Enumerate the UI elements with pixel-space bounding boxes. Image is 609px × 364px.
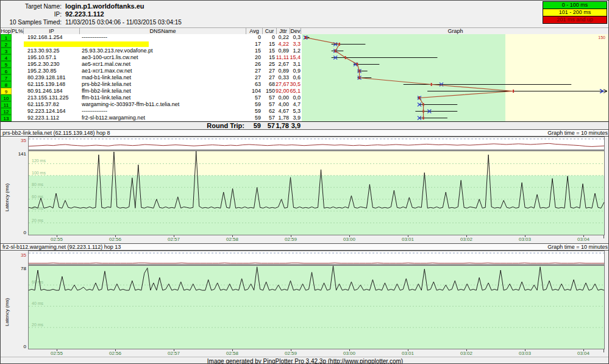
svg-text:120 ms: 120 ms: [32, 159, 46, 163]
hop-avg: 17: [246, 41, 261, 48]
hop-dnsname: [82, 41, 245, 48]
hop-ip: 195.2.30.230: [27, 61, 80, 68]
graph2-jitter-plot[interactable]: [28, 251, 605, 265]
time-label: 02:56: [103, 351, 127, 356]
graph2-latency-plot[interactable]: 20 ms40 ms60 ms: [28, 265, 605, 349]
hop-ip: 62.115.37.82: [27, 101, 80, 108]
hop-avg: 104: [246, 88, 261, 95]
hop-jttr: 1,78: [276, 115, 289, 121]
hop-ip: 213.30.93.25: [27, 48, 80, 54]
time-label: 02:58: [220, 351, 244, 356]
hop-dnsname: ae1-xcr1.max.cw.net: [82, 68, 245, 74]
hop-latency-graph[interactable]: 0150: [302, 34, 609, 121]
hop-jttr: 0,22: [276, 34, 289, 41]
hop-number: 2: [1, 41, 12, 48]
hop-dnsname: fr2-sl-b112.wargaming.net: [82, 115, 245, 121]
time-label: 02:57: [162, 351, 186, 356]
axis-end-tick: [604, 235, 604, 238]
hop-jttr: 4,22: [276, 41, 289, 48]
hop-avg: 26: [246, 61, 261, 68]
svg-text:20 ms: 20 ms: [32, 323, 44, 327]
time-label: 03:02: [454, 351, 479, 356]
svg-text:100 ms: 100 ms: [32, 171, 46, 175]
graph1-time-range: Graph time = 10 minutes: [547, 130, 608, 136]
hop-dnsname: ffm-b11-link.telia.net: [82, 95, 245, 101]
hop-ip: 213.155.131.225: [27, 95, 80, 101]
graph2-time-axis: 02:5502:5602:5702:5802:5903:0003:0103:02…: [28, 349, 605, 357]
hop-dev: 0,3: [290, 34, 301, 41]
hop-dev: 5,3: [290, 108, 301, 115]
time-label: 02:57: [162, 237, 186, 242]
hop-dev: 3,3: [290, 41, 301, 48]
latency-legend: 0 - 100 ms 101 - 200 ms 201 ms and up: [543, 1, 607, 24]
hop-ip: 195.2.30.85: [27, 68, 80, 74]
hop-cur: 150: [263, 88, 275, 95]
time-label: 02:58: [220, 237, 244, 242]
hop-dev: 3,1: [290, 61, 301, 68]
hop-avg: 27: [246, 74, 261, 81]
hop-dnsname: prs-bb2-link.telia.net: [82, 81, 245, 88]
time-label: 02:55: [45, 237, 69, 242]
hop-dnsname: --------------: [82, 34, 245, 41]
hop-dnsname: ae5-xcr1.mal.cw.net: [82, 61, 245, 68]
hop-dev: 30,5: [290, 81, 301, 88]
time-label: 02:59: [279, 237, 303, 242]
hop-jttr: 0,89: [276, 68, 289, 74]
hop-avg: 15: [246, 48, 261, 54]
graph1-latency-axis-label: Latency (ms): [4, 184, 10, 212]
hop-cur: 27: [263, 68, 275, 74]
hop-number: 4: [1, 54, 12, 61]
ip-value: 92.223.1.112: [65, 10, 104, 18]
hop-dev: 0,0: [290, 95, 301, 101]
hop-cur: 68: [263, 81, 275, 88]
hop-number: 7: [1, 74, 12, 81]
hop-dev: 3,9: [290, 115, 301, 121]
time-label: 02:59: [279, 351, 303, 356]
hop-ip: 192.168.1.254: [27, 34, 80, 41]
hop-ip: 80.91.246.184: [27, 88, 80, 95]
hop-cur: 57: [263, 115, 275, 121]
hop-number: 3: [1, 48, 12, 54]
hop-dev: 65,1: [290, 88, 301, 95]
time-label: 03:01: [396, 237, 420, 242]
graph1-jitter-plot[interactable]: [28, 137, 605, 151]
hop-avg: 27: [246, 68, 261, 74]
graph2-latency-max: 78: [14, 266, 26, 271]
time-label: 03:03: [513, 351, 537, 356]
hop-number: 11: [1, 101, 12, 108]
hop-ip: [27, 41, 80, 48]
hop-number: 1: [1, 34, 12, 41]
hop-dev: 4,7: [290, 101, 301, 108]
pingplotter-window: Target Name: login.p1.worldoftanks.eu IP…: [0, 0, 609, 364]
hop-jttr: 92,00: [276, 88, 289, 95]
hop-cur: 57: [263, 95, 275, 101]
hop-cur: 57: [263, 101, 275, 108]
target-name-label: Target Name:: [1, 2, 62, 10]
hop-jttr: 4,67: [276, 108, 289, 115]
ip-label: IP:: [1, 10, 62, 18]
hop-jttr: 0,33: [276, 74, 289, 81]
hop-number: 13: [1, 115, 12, 121]
hop-cur: 15: [263, 41, 275, 48]
legend-yellow: 101 - 200 ms: [543, 9, 607, 16]
time-label: 03:00: [337, 351, 361, 356]
hop-jttr: 0,89: [276, 48, 289, 54]
graph1-title: prs-bb2-link.telia.net (62.115.139.148) …: [2, 130, 110, 136]
graph2-jitter-max: 35: [16, 252, 26, 258]
time-label: 03:01: [396, 351, 420, 356]
legend-green: 0 - 100 ms: [543, 2, 607, 9]
round-trip-cur: 57: [263, 122, 275, 129]
hop-jttr: 2,67: [276, 61, 289, 68]
hop-number: 5: [1, 61, 12, 68]
graph1-time-axis: 02:5502:5602:5702:5802:5903:0003:0103:02…: [28, 235, 605, 243]
round-trip-dev: 3,9: [290, 122, 301, 129]
hop-dnsname: wargaming-ic-303937-ffm-b11.c.telia.net: [82, 101, 245, 108]
hop-ip: 195.10.57.1: [27, 54, 80, 61]
hop-ip: 62.115.139.148: [27, 81, 80, 88]
hop-ip: 80.239.128.181: [27, 74, 80, 81]
hop-dnsname: mad-b1-link.telia.net: [82, 74, 245, 81]
hop-avg: 57: [246, 95, 261, 101]
graph1-latency-plot[interactable]: 20 ms40 ms60 ms80 ms100 ms120 ms: [28, 151, 605, 235]
round-trip-jttr: 1,78: [276, 122, 289, 129]
hop-number: 6: [1, 68, 12, 74]
